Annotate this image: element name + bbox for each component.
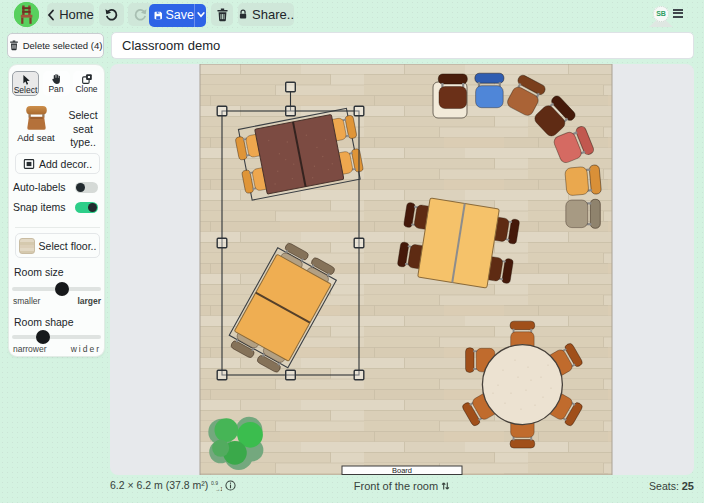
svg-text:Board: Board xyxy=(392,466,412,475)
